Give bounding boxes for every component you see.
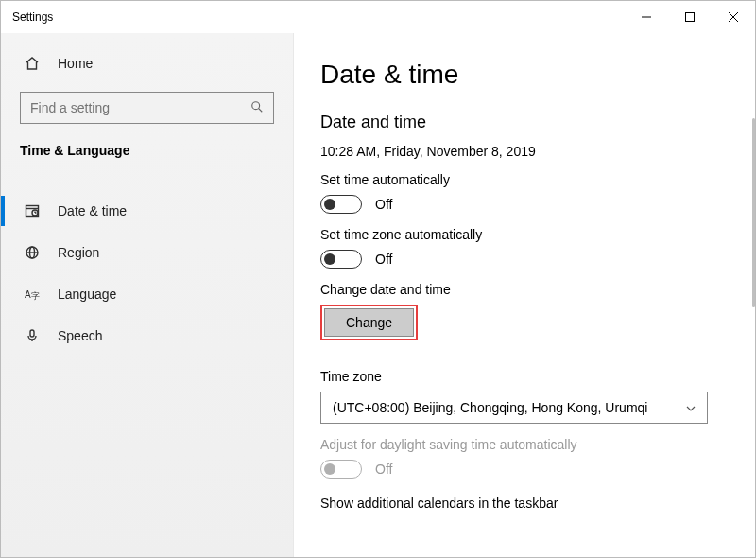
sidebar: Home Time & Language Date & time — [1, 33, 294, 557]
timezone-select[interactable]: (UTC+08:00) Beijing, Chongqing, Hong Kon… — [320, 392, 708, 424]
calendar-clock-icon — [22, 203, 43, 218]
sidebar-item-language[interactable]: A字 Language — [1, 273, 293, 315]
sidebar-item-label: Region — [58, 245, 99, 260]
svg-rect-1 — [686, 13, 695, 22]
dst-label: Adjust for daylight saving time automati… — [320, 437, 736, 452]
timezone-value: (UTC+08:00) Beijing, Chongqing, Hong Kon… — [333, 400, 647, 415]
sidebar-item-label: Date & time — [58, 203, 127, 218]
section-subtitle: Date and time — [320, 113, 736, 132]
svg-point-4 — [252, 101, 260, 109]
set-tz-auto-value: Off — [375, 252, 392, 267]
change-datetime-label: Change date and time — [320, 282, 736, 297]
minimize-button[interactable] — [625, 1, 668, 33]
close-button[interactable] — [712, 1, 755, 33]
sidebar-item-label: Speech — [58, 328, 102, 343]
scrollbar[interactable] — [752, 118, 755, 307]
change-button[interactable]: Change — [324, 308, 414, 337]
page-title: Date & time — [320, 60, 736, 90]
caption-buttons — [625, 1, 755, 33]
svg-line-5 — [259, 108, 263, 112]
maximize-button[interactable] — [668, 1, 712, 33]
timezone-label: Time zone — [320, 369, 736, 384]
set-tz-auto-toggle[interactable] — [320, 250, 362, 269]
svg-text:字: 字 — [31, 291, 40, 301]
search-input[interactable] — [20, 92, 274, 124]
sidebar-section-title: Time & Language — [1, 137, 293, 167]
window-title: Settings — [12, 10, 53, 24]
set-time-auto-toggle[interactable] — [320, 195, 362, 214]
current-datetime: 10:28 AM, Friday, November 8, 2019 — [320, 144, 736, 159]
search-field[interactable] — [30, 100, 250, 115]
titlebar: Settings — [1, 1, 755, 33]
globe-icon — [22, 245, 43, 260]
change-button-highlight: Change — [320, 305, 418, 340]
language-icon: A字 — [22, 287, 43, 302]
sidebar-item-region[interactable]: Region — [1, 232, 293, 273]
additional-calendars-label: Show additional calendars in the taskbar — [320, 496, 736, 511]
dst-toggle — [320, 460, 362, 479]
set-time-auto-value: Off — [375, 197, 392, 212]
home-icon — [22, 56, 43, 71]
search-icon — [250, 100, 264, 116]
chevron-down-icon — [686, 402, 696, 413]
set-tz-auto-label: Set time zone automatically — [320, 227, 736, 242]
svg-rect-16 — [30, 330, 34, 337]
home-label: Home — [58, 56, 93, 71]
microphone-icon — [22, 328, 43, 343]
sidebar-item-label: Language — [58, 287, 116, 302]
sidebar-item-date-time[interactable]: Date & time — [1, 190, 293, 232]
dst-value: Off — [375, 462, 392, 477]
set-time-auto-label: Set time automatically — [320, 172, 736, 187]
svg-text:A: A — [25, 289, 31, 300]
home-nav[interactable]: Home — [1, 43, 293, 84]
content-pane: Date & time Date and time 10:28 AM, Frid… — [294, 33, 755, 557]
sidebar-item-speech[interactable]: Speech — [1, 315, 293, 357]
